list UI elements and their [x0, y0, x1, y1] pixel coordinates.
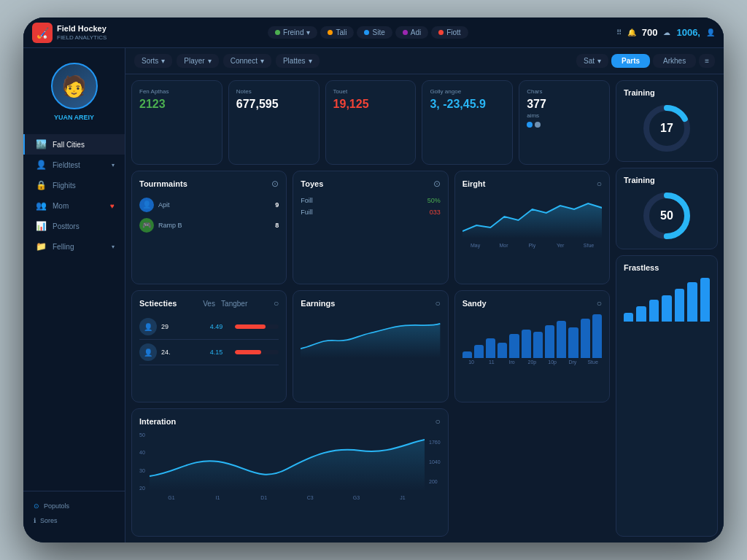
study-x-2: 11	[482, 359, 500, 365]
nav-pill-adi[interactable]: Adi	[395, 26, 428, 39]
donut-1: 17	[641, 103, 692, 154]
dot-green	[275, 30, 280, 35]
y-label-30: 30	[139, 468, 145, 473]
stat-value-apthas: 2123	[139, 98, 214, 111]
r-label-200: 200	[429, 479, 441, 484]
player-button[interactable]: Player ▾	[177, 54, 218, 68]
training-card-2: Training 50	[616, 168, 718, 249]
stat-value-touet: 19,125	[333, 98, 409, 111]
top-bar: 🏑 Field Hockey FIELD ANALYTICS Freind▾ T…	[23, 18, 724, 48]
study-bar-1	[462, 351, 472, 358]
sidebar-item-felling[interactable]: 📁 Felling ▾	[23, 236, 125, 257]
stat-value-notes: 677,595	[236, 98, 311, 111]
study-x-1: 10	[462, 359, 481, 365]
training-title-1: Training	[624, 88, 655, 97]
x-label-ply: Ply	[519, 243, 545, 248]
dashboard: Fen Apthas 2123 Notes 677,595 Touet 19,1…	[125, 74, 724, 542]
study-header: Sandy ○	[462, 298, 602, 308]
stat-row-2: 👤 24. 4.15	[139, 340, 279, 365]
tournament-icon-1: 👤	[139, 198, 154, 212]
types-toggle-icon[interactable]: ⊙	[433, 179, 441, 189]
study-x-6: Dry	[563, 359, 581, 365]
stat-card-touet: Touet 19,125	[325, 80, 417, 165]
sidebar-item-fallcities[interactable]: 🏙️ Fall Cities	[23, 134, 125, 155]
stat-label-apthas: Fen Apthas	[139, 88, 214, 95]
ix-6: J1	[381, 495, 425, 500]
tab-parts[interactable]: Parts	[611, 54, 650, 68]
study-bar-5	[509, 334, 519, 358]
content-area: Sorts ▾ Player ▾ Connect ▾ Plattes ▾ Sat…	[125, 48, 724, 542]
stat-avatar-2: 👤	[139, 343, 157, 361]
tournaments-title: Tournmaints	[139, 179, 187, 188]
tournaments-header: Tournmaints ⊙	[139, 179, 279, 189]
app-subtitle: FIELD ANALYTICS	[57, 34, 107, 41]
right-panel: Training 17 Training	[616, 80, 718, 537]
sidebar-item-posttors[interactable]: 📊 Posttors	[23, 216, 125, 236]
logo-area: 🏑 Field Hockey FIELD ANALYTICS	[32, 23, 120, 43]
plattes-button[interactable]: Plattes ▾	[276, 54, 320, 68]
earnings-icon[interactable]: ○	[597, 179, 602, 189]
ix-3: D1	[242, 495, 286, 500]
stat-toggle	[527, 122, 602, 128]
top-right: ⠿ 🔔 700 ☁ 1006, 👤	[616, 27, 715, 38]
sidebar-item-flighits[interactable]: 🔒 Flighits	[23, 175, 125, 195]
interaction-title: Interation	[139, 417, 176, 426]
interaction-chart-area: G1 I1 D1 C3 G3 J1	[150, 432, 425, 500]
study-bar-2	[474, 345, 484, 358]
study-bar-7	[533, 332, 543, 358]
study-bar-10	[568, 327, 578, 358]
nav-pill-fiott[interactable]: Fiott	[431, 26, 468, 39]
interaction-header: Interation ○	[139, 416, 441, 427]
avatar-icon[interactable]: 👤	[706, 28, 715, 36]
earnings-x-labels: May Mor Ply Yer Sfue	[462, 243, 602, 248]
fractures-title: Frastless	[624, 263, 710, 272]
ix-4: C3	[288, 495, 332, 500]
r-label-1040: 1040	[429, 459, 441, 464]
study-bar-8	[545, 325, 554, 358]
connect-button[interactable]: Connect ▾	[223, 54, 271, 68]
study-x-labels: 10 11 Iro 20p 10p Dry Stue	[462, 359, 602, 365]
tab-extra[interactable]: ≡	[699, 54, 715, 68]
earnings-title: Eirght	[462, 179, 486, 188]
avatar: 🧑	[51, 63, 98, 109]
interaction-svg	[150, 432, 425, 491]
statistics-icon[interactable]: ○	[274, 298, 279, 308]
arrow-icon: ▾	[112, 162, 115, 168]
stat-avatar-1: 👤	[139, 318, 157, 335]
x-label-may: May	[462, 243, 489, 248]
x-label-mor: Mor	[491, 243, 517, 248]
nav-pill-tali[interactable]: Tali	[320, 26, 354, 39]
sidebar-bottom-poputols[interactable]: ⊙ Poputols	[31, 499, 117, 513]
statistics-header: Sctiecties Ves Tangber ○	[139, 298, 279, 308]
study-card: Sandy ○	[454, 290, 610, 402]
interaction-body: 50 40 30 20	[139, 432, 441, 500]
bell-icon[interactable]: 🔔	[627, 28, 636, 36]
tab-arkhes[interactable]: Arkhes	[653, 54, 696, 68]
tournament-label-2: Ramp B	[158, 222, 182, 229]
felling-arrow-icon: ▾	[112, 244, 115, 250]
earnings2-icon[interactable]: ○	[435, 298, 440, 308]
study-icon[interactable]: ○	[597, 298, 602, 308]
stat-bar-val-2: 4.15	[210, 349, 231, 356]
tournaments-toggle-icon[interactable]: ⊙	[271, 179, 279, 189]
grid-icon: ⠿	[616, 28, 622, 36]
study-bar-9	[557, 321, 566, 358]
sidebar-item-mom[interactable]: 👥 Mom ♥	[23, 195, 125, 216]
sorts-button[interactable]: Sorts ▾	[134, 54, 172, 68]
interaction-icon[interactable]: ○	[435, 416, 440, 427]
statistics-title: Sctiecties	[139, 299, 177, 308]
tournament-num-1: 9	[275, 201, 279, 209]
nav-pill-freind[interactable]: Freind▾	[268, 26, 317, 39]
stat-card-chars: Chars 377 aims	[519, 80, 610, 165]
stat-bar-val-1: 4.49	[210, 323, 231, 330]
sidebar-bottom-sores[interactable]: ℹ Sores	[31, 513, 117, 528]
sat-button[interactable]: Sat ▾	[576, 54, 608, 68]
fieldtest-icon: 👤	[35, 160, 47, 170]
type-row-2: Fuill 033	[301, 206, 440, 218]
study-x-3: Iro	[503, 359, 521, 365]
sidebar-item-fieldtest[interactable]: 👤 Fieldtest ▾	[23, 155, 125, 175]
stat-label-touet: Touet	[333, 88, 409, 95]
nav-pill-site[interactable]: Site	[357, 26, 392, 39]
stat-bar-1	[235, 324, 266, 329]
stat-label-chars: Chars	[527, 88, 602, 95]
